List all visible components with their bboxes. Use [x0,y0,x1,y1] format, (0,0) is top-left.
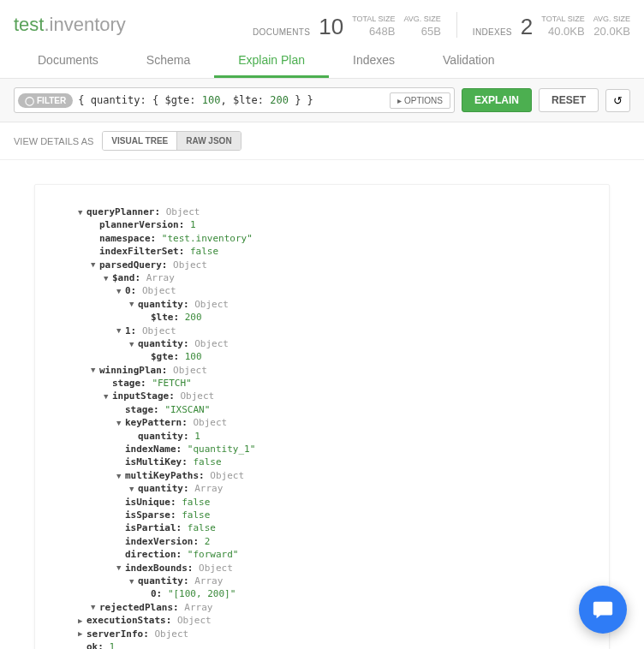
idx-avg-size-value: 20.0KB [593,25,630,38]
json-line[interactable]: ▼quantity: Array [52,482,592,495]
json-line: quantity: 1 [52,430,592,443]
reset-button[interactable]: RESET [539,88,599,112]
json-line[interactable]: ▼multiKeyPaths: Object [52,469,592,482]
caret-down-icon[interactable]: ▼ [116,563,125,574]
caret-down-icon[interactable]: ▼ [91,259,99,271]
indexes-count: 2 [521,15,533,38]
caret-down-icon[interactable]: ▼ [91,602,99,613]
json-value: 1 [194,431,200,442]
caret-down-icon[interactable]: ▼ [104,391,112,402]
caret-down-icon[interactable]: ▼ [116,471,125,482]
json-line[interactable]: ▼indexBounds: Object [52,562,592,575]
visual-tree-toggle[interactable]: VISUAL TREE [103,132,177,150]
json-line[interactable]: ▼winningPlan: Object [52,364,592,377]
json-line[interactable]: ▶serverInfo: Object [52,628,592,640]
json-key: 0: [151,588,162,599]
caret-right-icon[interactable]: ▶ [78,628,86,640]
json-line[interactable]: ▼parsedQuery: Object [52,259,592,271]
options-button[interactable]: ▸ OPTIONS [390,92,450,109]
json-panel: ▼queryPlanner: ObjectplannerVersion: 1na… [34,184,610,649]
json-line[interactable]: ▼quantity: Array [52,575,592,587]
avg-size-label: AVG. SIZE [403,15,440,25]
caret-down-icon[interactable]: ▼ [91,365,99,376]
json-value: Object [177,615,212,626]
json-value: false [182,497,210,508]
json-key: $lte: [151,312,179,323]
documents-count: 10 [319,15,343,38]
json-value: Array [184,602,212,613]
json-key: inputStage: [112,390,175,402]
tab-validation[interactable]: Validation [419,45,518,78]
caret-down-icon[interactable]: ▼ [129,339,138,350]
json-line: 0: "[100, 200]" [52,587,592,600]
json-value: "[100, 200]" [168,588,236,599]
caret-down-icon[interactable]: ▼ [116,325,125,336]
coll-name: .inventory [44,14,125,35]
json-key: executionStats: [86,615,171,626]
json-key: multiKeyPaths: [125,470,205,481]
json-value: 200 [185,312,202,323]
json-value: false [188,522,216,533]
json-key: serverInfo: [86,628,149,640]
filter-query[interactable]: { quantity: { $gte: 100, $lte: 200 } } [73,94,390,106]
json-key: plannerVersion: [99,219,184,230]
json-line[interactable]: ▼inputStage: Object [52,390,592,402]
json-line: isUnique: false [52,496,592,509]
documents-label: DOCUMENTS [253,27,310,38]
history-button[interactable]: ↺ [605,89,630,112]
filter-input-wrap[interactable]: ◯ FILTER { quantity: { $gte: 100, $lte: … [14,87,455,113]
json-value: Object [180,390,214,402]
json-line: namespace: "test.inventory" [52,232,592,245]
caret-down-icon[interactable]: ▼ [116,286,125,297]
explain-button[interactable]: EXPLAIN [462,88,532,112]
tab-schema[interactable]: Schema [122,45,214,78]
json-line[interactable]: ▼queryPlanner: Object [52,205,592,218]
json-line[interactable]: ▼$and: Array [52,271,592,284]
json-key: quantity: [138,431,189,442]
tab-documents[interactable]: Documents [14,45,122,78]
json-key: parsedQuery: [99,259,167,271]
intercom-button[interactable] [579,586,627,634]
caret-down-icon[interactable]: ▼ [129,484,138,495]
json-line[interactable]: ▼0: Object [52,284,592,297]
json-key: stage: [112,378,146,389]
avg-size-value: 65B [403,25,440,38]
caret-down-icon[interactable]: ▼ [116,418,125,429]
tab-explain-plan[interactable]: Explain Plan [214,45,329,78]
caret-down-icon[interactable]: ▼ [78,207,86,218]
json-value: "quantity_1" [188,444,255,455]
json-key: quantity: [138,338,189,349]
json-value: Array [194,483,223,494]
json-line[interactable]: ▼rejectedPlans: Array [52,601,592,614]
json-value: "test.inventory" [162,233,253,244]
json-line[interactable]: ▼quantity: Object [52,298,592,311]
json-key: isMultiKey: [125,456,188,467]
caret-down-icon[interactable]: ▼ [129,576,138,587]
indexes-stats: INDEXES 2 TOTAL SIZE 40.0KB AVG. SIZE 20… [473,15,630,38]
filter-pill[interactable]: ◯ FILTER [18,93,73,108]
json-value: "forward" [188,549,239,560]
json-value: 1 [190,219,196,230]
json-line: isSparse: false [52,509,592,521]
raw-json-toggle[interactable]: RAW JSON [177,132,240,150]
json-line[interactable]: ▼quantity: Object [52,337,592,350]
caret-down-icon[interactable]: ▼ [104,273,112,284]
json-value: Object [142,325,176,336]
indexes-label: INDEXES [473,27,512,38]
json-value: Object [166,206,200,217]
json-line[interactable]: ▼keyPattern: Object [52,416,592,429]
json-line[interactable]: ▶executionStats: Object [52,614,592,627]
idx-total-size-label: TOTAL SIZE [541,15,584,25]
json-key: indexBounds: [125,563,193,574]
caret-right-icon[interactable]: ▶ [78,616,86,627]
json-line[interactable]: ▼1: Object [52,324,592,337]
filter-bar: ◯ FILTER { quantity: { $gte: 100, $lte: … [0,79,644,122]
caret-down-icon[interactable]: ▼ [129,299,138,310]
tab-indexes[interactable]: Indexes [329,45,419,78]
json-key: indexVersion: [125,536,199,547]
json-value: Object [173,365,207,376]
json-line: isMultiKey: false [52,455,592,468]
json-line: $lte: 200 [52,311,592,324]
json-value: Object [210,470,244,481]
total-size-label: TOTAL SIZE [352,15,395,25]
